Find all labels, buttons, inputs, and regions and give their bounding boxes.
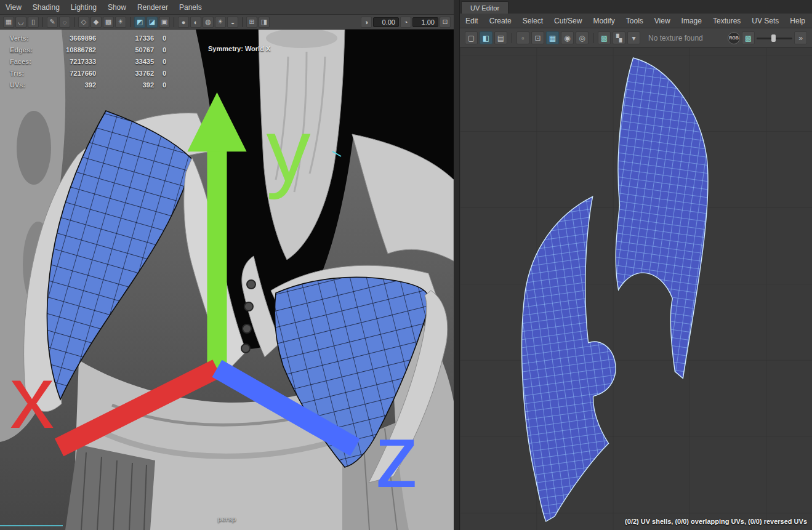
layout-persp-uv-icon[interactable]: ▤ [494, 31, 507, 44]
uv-editor-panel: UV Editor Edit Create Select Cut/Sew Mod… [459, 0, 812, 530]
texture-borders-icon[interactable]: ⊡ [531, 31, 544, 44]
layout-split-icon[interactable]: ◧ [480, 31, 492, 44]
menu-shading[interactable]: Shading [27, 3, 65, 12]
toolbar-separator [174, 17, 174, 27]
scene-lights-icon[interactable]: ☀ [215, 17, 226, 28]
uv-canvas-svg[interactable] [460, 48, 812, 530]
shadows-icon[interactable]: ◒ [227, 17, 238, 28]
view-transform-icon[interactable]: ⊡ [440, 17, 451, 28]
viewport-toolbar: ▦◡▯✎◌◇◆▩☀◩◪▣●◐◍☀◒⊞◨◑0.00◔1.00⊡ [0, 15, 454, 30]
curve-snap-icon[interactable]: ◡ [15, 17, 26, 28]
toolbar-separator [42, 17, 43, 27]
viewport-menubar: View Shading Lighting Show Renderer Pane… [0, 0, 454, 15]
panel-splitter[interactable] [454, 0, 459, 530]
all-lights-icon[interactable]: ☀ [115, 17, 126, 28]
uv-editor-toolbar: ▢◧▤▫⊡▦◉◎▩▚▾No texture foundRGB▩» [460, 28, 812, 48]
maya-window: View Shading Lighting Show Renderer Pane… [0, 0, 812, 530]
axis-gizmo: y x z [0, 30, 454, 530]
axis-z-label: z [375, 406, 419, 506]
film-gate-icon[interactable]: ◨ [259, 17, 270, 28]
uv-editor-menubar: Edit Create Select Cut/Sew Modify Tools … [460, 14, 812, 28]
gamma-icon[interactable]: ◔ [400, 17, 411, 28]
layout-uv-only-icon[interactable]: ▢ [465, 31, 478, 44]
menu-lighting[interactable]: Lighting [65, 3, 102, 12]
exposure-field[interactable]: 0.00 [373, 17, 399, 27]
axis-y-label: y [267, 100, 311, 200]
rgb-channels-button[interactable]: RGB [728, 32, 740, 44]
pencil-tool-icon[interactable]: ✎ [47, 17, 58, 28]
menu-show[interactable]: Show [102, 3, 132, 12]
texture-sphere-icon[interactable]: ◍ [203, 17, 214, 28]
gamma-field[interactable]: 1.00 [412, 17, 438, 27]
menu-view[interactable]: View [0, 3, 27, 12]
tab-uv-editor[interactable]: UV Editor [461, 1, 509, 14]
toolbar-separator [242, 17, 243, 27]
menu-modify[interactable]: Modify [587, 17, 620, 25]
uv-editor-canvas[interactable]: (0/2) UV shells, (0/0) overlapping UVs, … [460, 48, 812, 530]
wireframe-on-shaded-icon[interactable]: ▣ [159, 17, 170, 28]
checker-dropdown-icon[interactable]: ▾ [627, 31, 640, 44]
menu-help[interactable]: Help [784, 17, 811, 25]
uv-distortion-icon[interactable]: ▫ [517, 31, 529, 44]
image-dim-slider[interactable] [757, 33, 792, 44]
image-range-icon[interactable]: ▩ [742, 31, 755, 44]
isolate-select-icon[interactable]: ◩ [134, 17, 145, 28]
shaded-uvs-icon[interactable]: ◎ [576, 31, 589, 44]
axis-x-label: x [10, 347, 54, 447]
resolution-gate-icon[interactable]: ⊞ [246, 17, 257, 28]
lasso-tool-icon[interactable]: ◌ [59, 17, 70, 28]
wireframe-display-icon[interactable]: ◇ [78, 17, 89, 28]
menu-textures[interactable]: Textures [707, 17, 746, 25]
menu-renderer[interactable]: Renderer [132, 3, 174, 12]
menu-panels[interactable]: Panels [174, 3, 207, 12]
textured-display-icon[interactable]: ▩ [103, 17, 114, 28]
bookmark-icon[interactable]: ▯ [28, 17, 39, 28]
menu-create[interactable]: Create [484, 17, 517, 25]
default-material-icon[interactable]: ● [178, 17, 189, 28]
uv-editor-tabstrip: UV Editor [460, 0, 812, 14]
menu-view[interactable]: View [649, 17, 676, 25]
menu-edit[interactable]: Edit [460, 17, 484, 25]
menu-select[interactable]: Select [517, 17, 549, 25]
viewport-edge-highlight [0, 525, 63, 526]
toolbar-separator [593, 33, 593, 43]
image-display-icon[interactable]: ▩ [598, 31, 611, 44]
menu-image[interactable]: Image [676, 17, 707, 25]
texture-status-label: No texture found [648, 34, 703, 42]
uv-status-bar: (0/2) UV shells, (0/0) overlapping UVs, … [625, 518, 807, 525]
material-sphere-icon[interactable]: ◐ [190, 17, 201, 28]
checker-map-icon[interactable]: ▚ [613, 31, 625, 44]
exposure-icon[interactable]: ◑ [361, 17, 372, 28]
viewport-3d[interactable]: Verts: 3669896 17336 0 Edges: 10886782 5… [0, 30, 454, 530]
toolbar-separator [130, 17, 131, 27]
toolbar-separator [512, 33, 512, 43]
menu-cut-sew[interactable]: Cut/Sew [549, 17, 587, 25]
pixel-snap-icon[interactable]: ◉ [561, 31, 574, 44]
menu-tools[interactable]: Tools [621, 17, 649, 25]
viewport-panel: View Shading Lighting Show Renderer Pane… [0, 0, 454, 530]
expand-toolbar-icon[interactable]: » [794, 31, 807, 44]
shaded-display-icon[interactable]: ◆ [90, 17, 102, 28]
menu-uv-sets[interactable]: UV Sets [746, 17, 784, 25]
grid-snap-icon[interactable]: ▦ [3, 17, 14, 28]
toolbar-separator [74, 17, 74, 27]
xray-display-icon[interactable]: ◪ [147, 17, 158, 28]
grid-toggle-icon[interactable]: ▦ [546, 31, 559, 44]
